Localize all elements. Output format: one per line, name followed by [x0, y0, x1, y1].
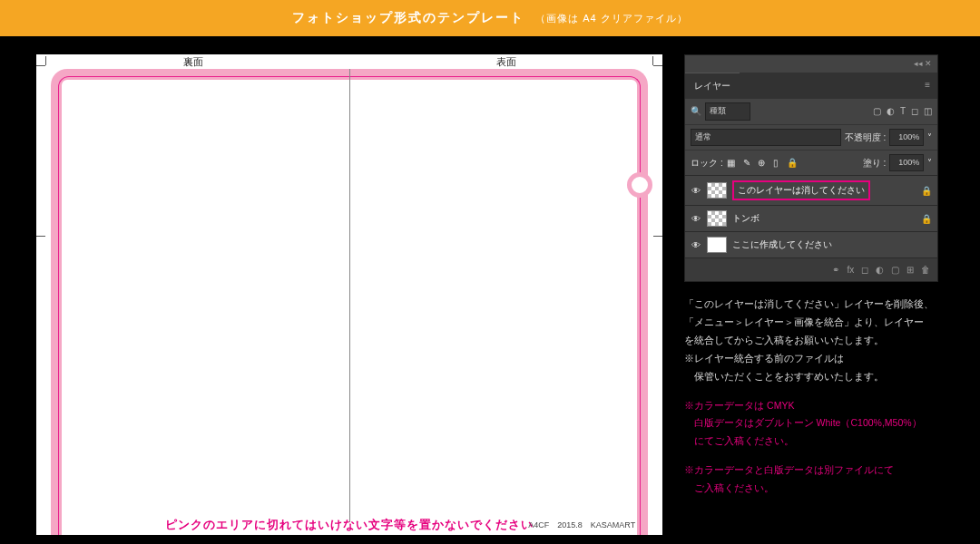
crop-mark: [45, 56, 46, 65]
adjustment-icon[interactable]: ◐: [876, 262, 884, 277]
template-preview: 裏面 表面 ピンクのエリアに切れてはいけない文字等を置かないでください A4CF…: [36, 54, 662, 535]
crop-mark: [653, 65, 662, 66]
fold-line: [349, 69, 350, 522]
instruction-line: 「このレイヤーは消してください」レイヤーを削除後、: [684, 296, 953, 313]
layer-name: ここに作成してください: [732, 238, 832, 252]
layer-row[interactable]: 👁 トンボ 🔒: [685, 205, 937, 231]
panel-menu-icon[interactable]: ≡: [917, 73, 937, 97]
filter-type-icon[interactable]: T: [900, 103, 906, 119]
instruction-line: を統合してからご入稿をお願いいたします。: [684, 333, 953, 349]
layer-row[interactable]: 👁 このレイヤーは消してください 🔒: [685, 175, 937, 205]
group-icon[interactable]: ▢: [891, 262, 899, 277]
fill-label: 塗り :: [863, 155, 887, 170]
instruction-line: ※レイヤー統合する前のファイルは: [684, 351, 953, 367]
note-line: 白版データはダブルトーン White（C100%,M50%）: [684, 415, 953, 432]
link-layers-icon[interactable]: ⚭: [832, 262, 839, 277]
blend-mode-select[interactable]: 通常: [691, 129, 840, 146]
mask-icon[interactable]: ◻: [861, 262, 868, 277]
layer-thumbnail: [707, 182, 727, 199]
fill-value[interactable]: 100%: [889, 154, 924, 171]
panel-collapse-icon[interactable]: ◂◂ ✕: [914, 57, 933, 71]
lock-icons[interactable]: ▦ ✎ ⊕ ▯ 🔒: [727, 155, 800, 170]
crop-mark: [36, 65, 45, 66]
chevron-down-icon[interactable]: ˅: [927, 130, 932, 145]
note-line: にてご入稿ください。: [684, 433, 953, 450]
layers-panel: ◂◂ ✕ レイヤー≡ 🔍 種類 ▢ ◐ T ◻ ◫ 通常 不透明度 : 100%…: [684, 54, 938, 282]
fx-icon[interactable]: fx: [847, 262, 854, 277]
search-icon: 🔍: [691, 103, 701, 119]
visibility-icon[interactable]: 👁: [691, 211, 701, 227]
opacity-label: 不透明度 :: [845, 130, 887, 145]
thumb-notch: [627, 172, 652, 198]
chevron-down-icon[interactable]: ˅: [927, 155, 932, 170]
lock-icon: 🔒: [921, 183, 932, 199]
filter-type-select[interactable]: 種類: [705, 102, 750, 120]
visibility-icon[interactable]: 👁: [691, 183, 701, 199]
layer-thumbnail: [707, 237, 727, 253]
trash-icon[interactable]: 🗑: [921, 262, 930, 277]
lock-label: ロック :: [691, 155, 723, 170]
lock-icon: 🔒: [921, 211, 932, 227]
new-layer-icon[interactable]: ⊞: [906, 262, 914, 277]
visibility-icon[interactable]: 👁: [691, 238, 701, 253]
instruction-line: 「メニュー＞レイヤー＞画像を統合」より、レイヤー: [684, 315, 953, 331]
footer-meta: A4CF 2015.8 KASAMART: [528, 520, 635, 531]
layer-row[interactable]: 👁 ここに作成してください: [685, 231, 937, 257]
banner-subtitle: （画像は A4 クリアファイル）: [535, 13, 688, 24]
filter-adjust-icon[interactable]: ◐: [887, 103, 895, 119]
banner-title: フォトショップ形式のテンプレート: [292, 10, 524, 24]
filter-smart-icon[interactable]: ◫: [924, 103, 932, 119]
instruction-line: 保管いただくことをおすすめいたします。: [684, 369, 953, 385]
header-banner: フォトショップ形式のテンプレート （画像は A4 クリアファイル）: [0, 0, 980, 36]
layer-thumbnail: [707, 210, 727, 227]
crop-mark: [652, 56, 653, 65]
label-back: 裏面: [36, 55, 349, 69]
label-front: 表面: [349, 55, 662, 69]
crop-mark: [36, 236, 45, 237]
layers-tab[interactable]: レイヤー: [685, 73, 740, 98]
layer-name: このレイヤーは消してください: [732, 180, 870, 200]
note-line: ご入稿ください。: [684, 481, 953, 497]
filter-shape-icon[interactable]: ◻: [911, 103, 918, 119]
note-line: ※カラーデータは CMYK: [684, 398, 953, 414]
opacity-value[interactable]: 100%: [889, 129, 924, 146]
layer-name: トンボ: [732, 211, 760, 226]
instructions-text: 「このレイヤーは消してください」レイヤーを削除後、「メニュー＞レイヤー＞画像を統…: [684, 296, 953, 496]
note-line: ※カラーデータと白版データは別ファイルにて: [684, 462, 953, 479]
filter-pixel-icon[interactable]: ▢: [873, 103, 881, 119]
crop-mark: [653, 236, 662, 237]
